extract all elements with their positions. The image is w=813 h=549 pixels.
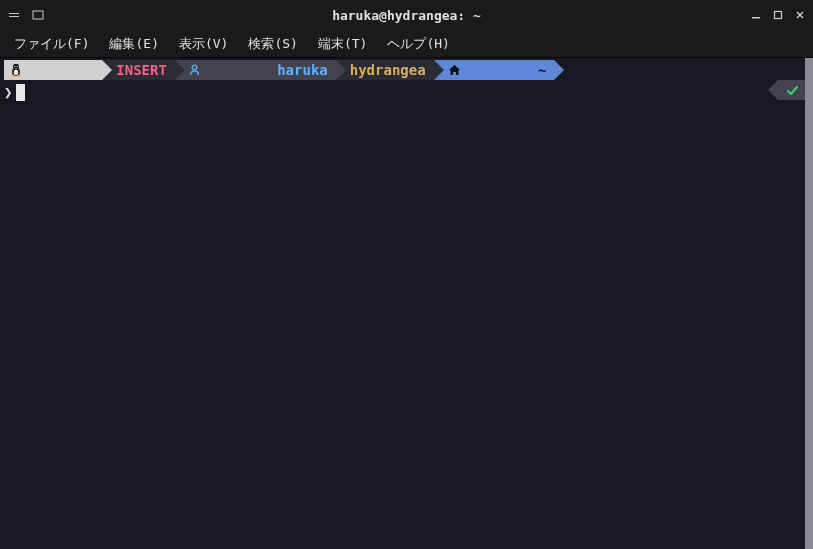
svg-rect-3 [752, 17, 760, 19]
window-titlebar: haruka@hydrangea: ~ [0, 0, 813, 30]
segment-user: haruka [175, 60, 336, 80]
mode-label: INSERT [116, 61, 167, 79]
svg-rect-1 [9, 16, 19, 17]
close-icon[interactable] [795, 10, 805, 20]
menubar: ファイル(F) 編集(E) 表示(V) 検索(S) 端末(T) ヘルプ(H) [0, 30, 813, 58]
user-icon [189, 28, 273, 112]
menu-help[interactable]: ヘルプ(H) [379, 32, 457, 56]
menu-edit[interactable]: 編集(E) [101, 32, 166, 56]
new-tab-icon[interactable] [32, 9, 44, 21]
segment-mode: INSERT [102, 60, 175, 80]
window-title: haruka@hydrangea: ~ [332, 8, 481, 23]
svg-point-13 [17, 75, 21, 77]
maximize-icon[interactable] [773, 10, 783, 20]
svg-rect-4 [775, 12, 782, 19]
svg-rect-0 [9, 13, 19, 14]
svg-point-11 [17, 66, 18, 67]
home-icon [448, 28, 532, 112]
right-status [768, 80, 807, 100]
svg-rect-2 [33, 11, 43, 19]
segment-path: ~ [434, 60, 555, 80]
powerline-prompt: INSERT haruka hydrangea ~ [4, 60, 809, 80]
menu-terminal[interactable]: 端末(T) [310, 32, 375, 56]
minimize-icon[interactable] [751, 10, 761, 20]
path-label: ~ [538, 61, 546, 79]
check-icon [786, 84, 799, 97]
svg-point-12 [11, 75, 15, 77]
window-menu-icon[interactable] [8, 9, 20, 21]
host-label: hydrangea [350, 61, 426, 79]
svg-point-14 [192, 65, 197, 70]
terminal-viewport[interactable]: INSERT haruka hydrangea ~ [0, 58, 813, 549]
prompt-input-line[interactable]: ❯ [4, 82, 809, 102]
svg-point-9 [14, 70, 19, 75]
scrollbar[interactable] [805, 58, 813, 549]
svg-point-10 [14, 66, 15, 67]
segment-os [4, 60, 102, 80]
tux-icon [10, 27, 94, 113]
user-label: haruka [277, 61, 328, 79]
segment-host: hydrangea [336, 60, 434, 80]
